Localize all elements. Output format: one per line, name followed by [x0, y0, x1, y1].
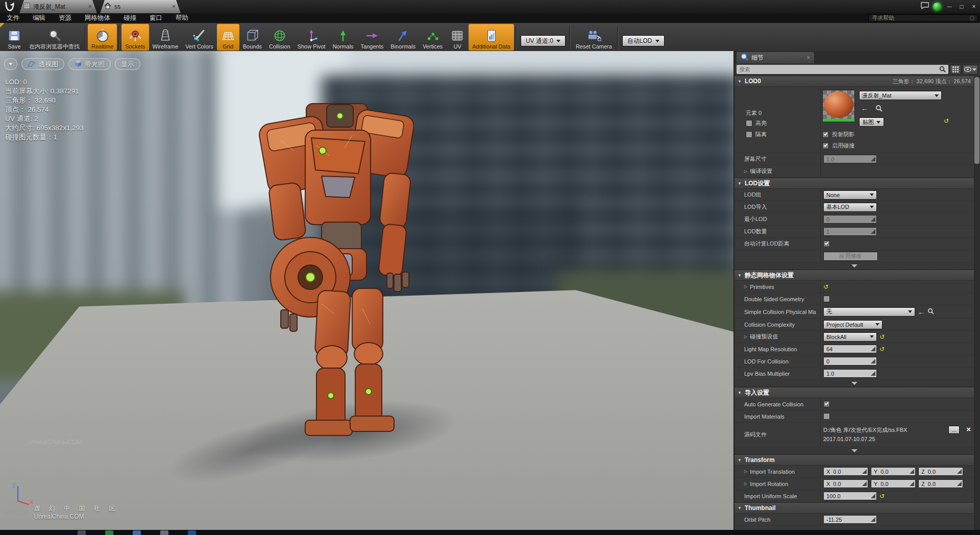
minimize-button[interactable]: ─ — [945, 3, 953, 10]
section-expander[interactable] — [734, 262, 974, 270]
find-in-content-browser-button[interactable]: 在内容浏览器中查找 — [26, 24, 83, 51]
section-lod-settings[interactable]: ▼ LOD设置 — [734, 178, 974, 189]
reset-to-default-icon[interactable]: ↺ — [879, 347, 885, 352]
browse-to-asset-icon[interactable] — [875, 105, 883, 113]
auto-lod-dropdown[interactable]: 自动LOD — [622, 35, 665, 46]
menu-edit[interactable]: 编辑 — [26, 14, 52, 22]
menu-collision[interactable]: 碰撞 — [117, 14, 143, 22]
reset-to-default-icon[interactable]: ↺ — [944, 118, 949, 124]
rotation-z-field[interactable]: Z0.0 — [918, 479, 963, 488]
community-badge-icon[interactable] — [933, 3, 941, 11]
light-map-resolution-field[interactable]: 64 — [823, 345, 877, 353]
tab-mesh-editor[interactable]: ss × — [100, 0, 181, 13]
section-thumbnail[interactable]: ▼ Thumbnail — [734, 502, 974, 514]
menu-help[interactable]: 帮助 — [169, 14, 195, 22]
taskbar-icon[interactable] — [105, 530, 113, 535]
seek-help-box[interactable]: 寻求帮助 — [868, 14, 978, 22]
highlight-checkbox[interactable] — [746, 120, 752, 127]
property-matrix-button[interactable] — [950, 65, 961, 75]
section-lod0[interactable]: ▼ LOD0 三角形： 32,690 顶点： 26,574 — [734, 76, 974, 87]
tab-material-editor[interactable]: 漫反射_Mat × — [19, 0, 97, 13]
taskbar-icon[interactable] — [78, 530, 86, 535]
primitives-row[interactable]: ▷Primitives ↺ — [734, 281, 974, 293]
lod-count-field[interactable]: 1 — [823, 227, 877, 236]
translation-x-field[interactable]: X0.0 — [823, 467, 868, 476]
wireframe-toggle-button[interactable]: Wireframe — [149, 24, 182, 51]
lpv-bias-field[interactable]: 1.0 — [823, 369, 877, 378]
tab-close-icon[interactable]: × — [88, 3, 92, 10]
realtime-toggle-button[interactable]: Realtime — [88, 24, 117, 51]
browse-to-asset-icon[interactable] — [927, 308, 934, 315]
show-dropdown[interactable]: 显示 — [115, 58, 140, 70]
material-thumbnail[interactable] — [822, 90, 855, 119]
enable-collision-checkbox[interactable] — [822, 142, 829, 149]
use-selected-icon[interactable]: ← — [861, 104, 868, 112]
additional-data-toggle-button[interactable]: Additional Data — [469, 24, 514, 51]
reset-camera-button[interactable]: Reset Camera — [572, 24, 616, 51]
bounds-toggle-button[interactable]: Bounds — [239, 24, 265, 51]
menu-asset[interactable]: 资源 — [52, 14, 78, 22]
reset-to-default-icon[interactable]: ↺ — [879, 494, 885, 499]
save-button[interactable]: Save — [3, 24, 26, 51]
use-selected-icon[interactable]: ← — [918, 308, 925, 316]
chat-bubble-icon[interactable] — [921, 2, 929, 11]
import-materials-checkbox[interactable] — [823, 413, 830, 420]
apply-changes-button[interactable]: 应用修改 — [823, 252, 878, 261]
3d-viewport[interactable]: 透视图 带光照 显示 LOD: 0 当前屏幕大小: 0.387291 三角形： … — [0, 51, 733, 535]
clear-source-icon[interactable]: × — [966, 425, 971, 433]
translation-z-field[interactable]: Z0.0 — [918, 467, 963, 476]
section-static-mesh-settings[interactable]: ▼ 静态网格物体设置 — [734, 270, 974, 281]
details-scrollbar[interactable] — [974, 76, 980, 535]
lod-group-dropdown[interactable]: None — [823, 190, 877, 200]
section-expander[interactable] — [734, 447, 974, 454]
rotation-y-field[interactable]: Y0.0 — [871, 479, 916, 488]
section-transform[interactable]: ▼ Transform — [734, 454, 974, 466]
close-button[interactable]: × — [970, 3, 978, 10]
tangents-toggle-button[interactable]: Tangents — [357, 24, 387, 51]
browse-file-button[interactable]: ... — [948, 426, 960, 434]
menu-file[interactable]: 文件 — [0, 14, 26, 22]
lit-mode-dropdown[interactable]: 带光照 — [68, 58, 111, 70]
isolate-checkbox[interactable] — [746, 131, 752, 138]
viewport-options-dropdown[interactable] — [4, 58, 17, 70]
sockets-toggle-button[interactable]: Sockets — [121, 24, 149, 51]
menu-window[interactable]: 窗口 — [143, 14, 169, 22]
material-dropdown[interactable]: 漫反射_Mat — [859, 91, 942, 100]
min-lod-field[interactable]: 0 — [823, 215, 877, 224]
taskbar-icon[interactable] — [160, 530, 168, 535]
collision-preset-row[interactable]: ▷碰撞预设值 BlockAll↺ — [734, 331, 974, 343]
collision-complexity-dropdown[interactable]: Project Default — [823, 320, 883, 329]
rotation-x-field[interactable]: X0.0 — [823, 479, 868, 488]
simple-collision-dropdown[interactable]: 无 — [823, 307, 915, 317]
build-settings-row[interactable]: ▷编译设置 — [734, 165, 974, 178]
menu-mesh[interactable]: 网格物体 — [78, 14, 117, 22]
grid-toggle-button[interactable]: Grid — [217, 24, 239, 51]
maximize-button[interactable]: □ — [958, 3, 966, 10]
auto-generate-collision-checkbox[interactable] — [823, 401, 830, 407]
translation-y-field[interactable]: Y0.0 — [871, 467, 916, 476]
reset-to-default-icon[interactable]: ↺ — [823, 284, 828, 289]
show-pivot-toggle-button[interactable]: Show Pivot — [294, 24, 329, 51]
lod-import-dropdown[interactable]: 基本LOD — [823, 203, 877, 212]
uv-channel-dropdown[interactable]: UV 通道:0 — [521, 35, 566, 46]
details-tab[interactable]: 细节 × — [737, 52, 814, 63]
tab-close-icon[interactable]: × — [172, 3, 176, 10]
section-import-settings[interactable]: ▼ 导入设置 — [734, 387, 974, 398]
panel-close-icon[interactable]: × — [806, 54, 810, 61]
map-button[interactable]: 贴图 — [859, 117, 884, 127]
taskbar-icon[interactable] — [188, 530, 196, 535]
taskbar-icon[interactable] — [133, 530, 141, 535]
section-expander[interactable] — [734, 380, 974, 387]
cast-shadow-checkbox[interactable] — [822, 131, 829, 138]
uv-toggle-button[interactable]: UV — [446, 24, 469, 51]
vert-colors-toggle-button[interactable]: Vert Colors — [182, 24, 216, 51]
search-input[interactable]: 搜索 — [737, 65, 948, 74]
perspective-dropdown[interactable]: 透视图 — [21, 58, 64, 70]
uniform-scale-field[interactable]: 100.0 — [823, 492, 877, 500]
lod-for-collision-field[interactable]: 0 — [823, 357, 877, 366]
double-sided-checkbox[interactable] — [823, 296, 830, 302]
auto-compute-lod-checkbox[interactable] — [823, 240, 830, 247]
scrollbar-thumb[interactable] — [974, 77, 979, 164]
collision-toggle-button[interactable]: Collision — [265, 24, 294, 51]
vertices-toggle-button[interactable]: Vertices — [419, 24, 446, 51]
